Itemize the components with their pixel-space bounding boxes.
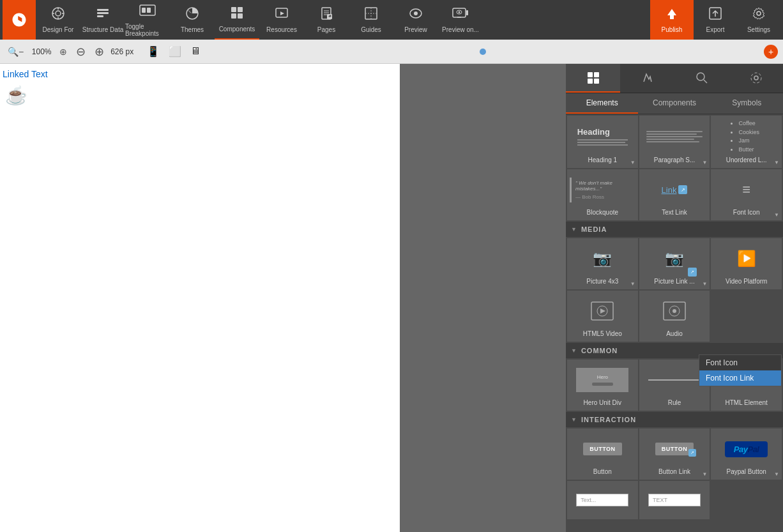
- media-section-label: MEDIA: [581, 225, 607, 233]
- publish-button[interactable]: Publish: [650, 0, 694, 40]
- text-field-preview: TEXT: [642, 485, 708, 515]
- desktop-device-icon[interactable]: 🖥: [187, 44, 204, 59]
- guides-label: Guides: [361, 26, 381, 33]
- interaction-chevron-icon: ▼: [571, 416, 577, 423]
- media-grid: 📷 Picture 4x3 ▼ 📷 ↗ Picture Link ... ▼: [566, 237, 783, 343]
- interaction-section-label: INTERACTION: [581, 416, 636, 423]
- font-icon-option[interactable]: Font Icon: [699, 355, 781, 370]
- zoom-minus-btn[interactable]: ⊖: [73, 43, 88, 60]
- toolbar-resources[interactable]: Resources: [259, 0, 304, 40]
- html5-video-label: HTML5 Video: [583, 330, 622, 338]
- ul-dropdown-icon[interactable]: ▼: [774, 160, 779, 165]
- element-picture-link[interactable]: 📷 ↗ Picture Link ... ▼: [639, 238, 710, 289]
- settings-icon: [752, 6, 766, 24]
- element-hero-unit[interactable]: Hero Hero Unit Div: [567, 360, 638, 411]
- svg-rect-11: [147, 8, 151, 13]
- font-icon-link-option[interactable]: Font Icon Link: [699, 370, 781, 386]
- button-link-preview: BUTTON ↗: [642, 432, 708, 466]
- picture-4x3-dropdown-icon[interactable]: ▼: [630, 281, 635, 287]
- element-text-link[interactable]: Link ↗ Text Link: [639, 169, 710, 220]
- toolbar-preview-on[interactable]: Preview on...: [438, 0, 483, 40]
- element-text-input[interactable]: Text...: [567, 481, 638, 519]
- element-button[interactable]: BUTTON Button: [567, 429, 638, 480]
- tablet-device-icon[interactable]: ⬜: [165, 44, 185, 59]
- font-icon-dropdown-icon[interactable]: ▼: [774, 212, 779, 218]
- element-blockquote[interactable]: " We don't make mistakes..." — Bob Ross …: [567, 169, 638, 220]
- zoom-out-icon[interactable]: 🔍−: [5, 45, 26, 58]
- picture-link-badge-icon: ↗: [688, 268, 697, 277]
- toolbar-toggle-breakpoints[interactable]: Toggle Breakpoints: [125, 0, 170, 40]
- tab-settings[interactable]: [729, 64, 783, 93]
- audio-label: Audio: [666, 330, 683, 338]
- pages-label: Pages: [317, 26, 335, 33]
- ul-preview: Coffee Cookies Jam Butter: [713, 119, 779, 154]
- video-icon: ▶️: [737, 250, 756, 268]
- toolbar-components[interactable]: Components: [215, 0, 259, 40]
- font-icon-card-preview: ≡: [713, 173, 779, 206]
- mobile-device-icon[interactable]: 📱: [144, 44, 163, 59]
- tab-elements[interactable]: [566, 64, 620, 93]
- element-font-icon[interactable]: ≡ Font Icon ▼ Font Icon Font Icon Link: [711, 169, 782, 220]
- section-interaction[interactable]: ▼ INTERACTION: [566, 412, 783, 427]
- section-media[interactable]: ▼ MEDIA: [566, 222, 783, 237]
- element-heading1[interactable]: Heading Heading 1 ▼: [567, 116, 638, 168]
- zoom-plus-btn[interactable]: ⊕: [92, 43, 107, 60]
- toolbar-design-for[interactable]: Design For: [36, 0, 80, 40]
- button-link-dropdown-icon[interactable]: ▼: [702, 471, 707, 477]
- toolbar-structure-data[interactable]: Structure Data: [80, 0, 125, 40]
- button-label: Button: [593, 468, 612, 476]
- element-unordered-list[interactable]: Coffee Cookies Jam Butter Unordered L...…: [711, 116, 782, 168]
- paragraph-dropdown-icon[interactable]: ▼: [702, 160, 707, 165]
- picture-4x3-preview: 📷: [570, 242, 635, 275]
- toolbar-pages[interactable]: Pages: [304, 0, 349, 40]
- element-paypal[interactable]: PayPal Paypal Button ▼: [711, 429, 782, 480]
- video-platform-label: Video Platform: [726, 278, 767, 285]
- export-button[interactable]: Export: [694, 0, 737, 40]
- heading1-preview: Heading: [570, 119, 635, 154]
- picture-link-label: Picture Link ...: [654, 278, 694, 285]
- svg-rect-39: [594, 79, 599, 84]
- font-icon-element[interactable]: ☕: [0, 82, 400, 110]
- canvas-controls: 🔍− 100% ⊕ ⊖ ⊕ 626 px 📱 ⬜ 🖥 +: [0, 40, 783, 64]
- paypal-dropdown-icon[interactable]: ▼: [774, 471, 779, 477]
- elements-scroll-area[interactable]: Heading Heading 1 ▼: [566, 114, 783, 532]
- paragraph-preview: [642, 119, 708, 154]
- preview-on-label: Preview on...: [442, 26, 479, 33]
- heading1-dropdown-icon[interactable]: ▼: [630, 160, 635, 165]
- subtab-symbols[interactable]: Symbols: [711, 93, 783, 114]
- logo-button[interactable]: [3, 0, 36, 40]
- subtab-components[interactable]: Components: [638, 93, 710, 114]
- element-video-platform[interactable]: ▶️ Video Platform: [711, 238, 782, 289]
- rule-preview: [642, 363, 708, 397]
- settings-button[interactable]: Settings: [737, 0, 780, 40]
- toolbar: Design For Structure Data Toggle Breakpo…: [0, 0, 783, 40]
- element-html5-video[interactable]: HTML5 Video: [567, 291, 638, 342]
- element-button-link[interactable]: BUTTON ↗ Button Link ▼: [639, 429, 710, 480]
- font-icon-label: Font Icon: [733, 209, 760, 217]
- element-paragraph[interactable]: Paragraph S... ▼: [639, 116, 710, 168]
- subtab-elements[interactable]: Elements: [566, 93, 638, 114]
- element-audio[interactable]: Audio: [639, 291, 710, 342]
- picture-link-dropdown-icon[interactable]: ▼: [702, 281, 707, 287]
- svg-rect-14: [238, 7, 243, 12]
- heading1-label: Heading 1: [588, 156, 618, 164]
- svg-rect-38: [588, 79, 593, 84]
- element-text-field[interactable]: TEXT: [639, 481, 710, 519]
- toolbar-guides[interactable]: Guides: [349, 0, 393, 40]
- svg-rect-16: [238, 13, 243, 19]
- toolbar-themes[interactable]: Themes: [170, 0, 215, 40]
- element-picture-4x3[interactable]: 📷 Picture 4x3 ▼: [567, 238, 638, 289]
- linked-text-element[interactable]: Linked Text: [0, 64, 400, 82]
- zoom-in-icon[interactable]: ⊕: [57, 45, 70, 58]
- paypal-preview: PayPal: [713, 432, 779, 466]
- font-icon-dropdown-popup: Font Icon Font Icon Link: [699, 354, 782, 386]
- themes-icon: [185, 6, 199, 24]
- tab-search[interactable]: [674, 64, 729, 93]
- toolbar-preview[interactable]: Preview: [393, 0, 438, 40]
- preview-icon: [409, 6, 423, 24]
- canvas-width-label: 626 px: [110, 47, 133, 56]
- add-element-button[interactable]: +: [764, 45, 778, 59]
- publish-label: Publish: [662, 26, 683, 33]
- tab-style[interactable]: [620, 64, 674, 93]
- svg-rect-7: [97, 12, 109, 14]
